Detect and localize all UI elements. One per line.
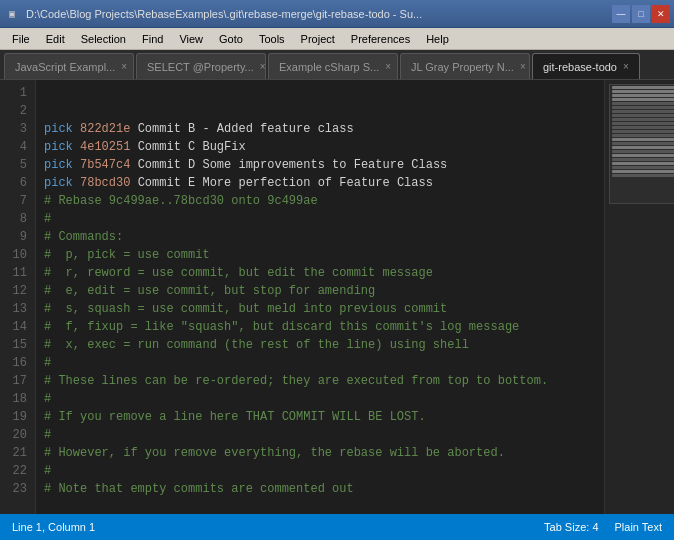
code-line-19: # [44,426,596,444]
code-line-13: # f, fixup = like "squash", but discard … [44,318,596,336]
line-number-19: 19 [4,408,27,426]
code-line-1: pick 822d21e Commit B - Added feature cl… [44,120,596,138]
menu-item-find[interactable]: Find [134,31,171,47]
status-left: Line 1, Column 1 [12,521,95,533]
commit-message: Commit D Some improvements to Feature Cl… [138,158,448,172]
code-line-21: # [44,462,596,480]
comment-line: # s, squash = use commit, but meld into … [44,302,447,316]
menu-item-selection[interactable]: Selection [73,31,134,47]
line-number-5: 5 [4,156,27,174]
line-number-14: 14 [4,318,27,336]
tab-label: git-rebase-todo [543,61,617,73]
comment-line: # If you remove a line here THAT COMMIT … [44,410,426,424]
tab-close-3[interactable]: × [520,61,526,72]
code-line-11: # e, edit = use commit, but stop for ame… [44,282,596,300]
line-number-20: 20 [4,426,27,444]
line-number-11: 11 [4,264,27,282]
tab-1[interactable]: SELECT @Property...× [136,53,266,79]
close-button[interactable]: ✕ [652,5,670,23]
line-number-16: 16 [4,354,27,372]
minimap-canvas [609,84,674,204]
menu-bar: FileEditSelectionFindViewGotoToolsProjec… [0,28,674,50]
tab-close-4[interactable]: × [623,61,629,72]
commit-message: Commit E More perfection of Feature Clas… [138,176,433,190]
code-line-4: pick 78bcd30 Commit E More perfection of… [44,174,596,192]
menu-item-tools[interactable]: Tools [251,31,293,47]
window-controls: — □ ✕ [612,5,670,23]
comment-line: # p, pick = use commit [44,248,210,262]
menu-item-preferences[interactable]: Preferences [343,31,418,47]
code-area[interactable]: pick 822d21e Commit B - Added feature cl… [36,80,604,514]
code-line-10: # r, reword = use commit, but edit the c… [44,264,596,282]
keyword-pick: pick [44,122,73,136]
line-number-7: 7 [4,192,27,210]
tab-close-0[interactable]: × [121,61,127,72]
comment-line: # Rebase 9c499ae..78bcd30 onto 9c499ae [44,194,318,208]
code-line-12: # s, squash = use commit, but meld into … [44,300,596,318]
comment-line: # e, edit = use commit, but stop for ame… [44,284,375,298]
keyword-pick: pick [44,176,73,190]
comment-line: # x, exec = run command (the rest of the… [44,338,469,352]
line-number-23: 23 [4,480,27,498]
comment-line: # [44,212,51,226]
comment-line: # [44,428,51,442]
tab-close-1[interactable]: × [260,61,266,72]
line-number-18: 18 [4,390,27,408]
line-number-10: 10 [4,246,27,264]
maximize-button[interactable]: □ [632,5,650,23]
line-number-9: 9 [4,228,27,246]
comment-line: # [44,356,51,370]
tab-4[interactable]: git-rebase-todo× [532,53,640,79]
menu-item-goto[interactable]: Goto [211,31,251,47]
language-mode[interactable]: Plain Text [615,521,663,533]
tab-2[interactable]: Example cSharp S...× [268,53,398,79]
title-bar: ▣ D:\Code\Blog Projects\RebaseExamples\.… [0,0,674,28]
tab-3[interactable]: JL Gray Property N...× [400,53,530,79]
minimap [604,80,674,514]
menu-item-project[interactable]: Project [293,31,343,47]
code-line-22: # Note that empty commits are commented … [44,480,596,498]
line-number-2: 2 [4,102,27,120]
line-number-3: 3 [4,120,27,138]
code-line-3: pick 7b547c4 Commit D Some improvements … [44,156,596,174]
tab-label: SELECT @Property... [147,61,254,73]
app-icon: ▣ [4,6,20,22]
line-number-15: 15 [4,336,27,354]
code-line-20: # However, if you remove everything, the… [44,444,596,462]
comment-line: # These lines can be re-ordered; they ar… [44,374,548,388]
title-text: D:\Code\Blog Projects\RebaseExamples\.gi… [26,8,612,20]
code-line-9: # p, pick = use commit [44,246,596,264]
minimize-button[interactable]: — [612,5,630,23]
menu-item-help[interactable]: Help [418,31,457,47]
code-line-16: # These lines can be re-ordered; they ar… [44,372,596,390]
code-line-2: pick 4e10251 Commit C BugFix [44,138,596,156]
code-line-7: # [44,210,596,228]
comment-line: # [44,392,51,406]
keyword-pick: pick [44,140,73,154]
menu-item-file[interactable]: File [4,31,38,47]
code-line-17: # [44,390,596,408]
menu-item-view[interactable]: View [171,31,211,47]
tab-size[interactable]: Tab Size: 4 [544,521,598,533]
comment-line: # r, reword = use commit, but edit the c… [44,266,433,280]
comment-line: # However, if you remove everything, the… [44,446,505,460]
keyword-pick: pick [44,158,73,172]
status-bar: Line 1, Column 1 Tab Size: 4 Plain Text [0,514,674,540]
line-number-6: 6 [4,174,27,192]
tabs-bar: JavaScript Exampl...×SELECT @Property...… [0,50,674,80]
commit-hash: 822d21e [80,122,130,136]
menu-item-edit[interactable]: Edit [38,31,73,47]
code-line-18: # If you remove a line here THAT COMMIT … [44,408,596,426]
cursor-position[interactable]: Line 1, Column 1 [12,521,95,533]
line-numbers: 1234567891011121314151617181920212223 [0,80,36,514]
commit-message: Commit B - Added feature class [138,122,354,136]
commit-message: Commit C BugFix [138,140,246,154]
line-number-17: 17 [4,372,27,390]
code-line-14: # x, exec = run command (the rest of the… [44,336,596,354]
status-right: Tab Size: 4 Plain Text [544,521,662,533]
comment-line: # f, fixup = like "squash", but discard … [44,320,519,334]
tab-label: Example cSharp S... [279,61,379,73]
tab-close-2[interactable]: × [385,61,391,72]
tab-0[interactable]: JavaScript Exampl...× [4,53,134,79]
commit-hash: 78bcd30 [80,176,130,190]
